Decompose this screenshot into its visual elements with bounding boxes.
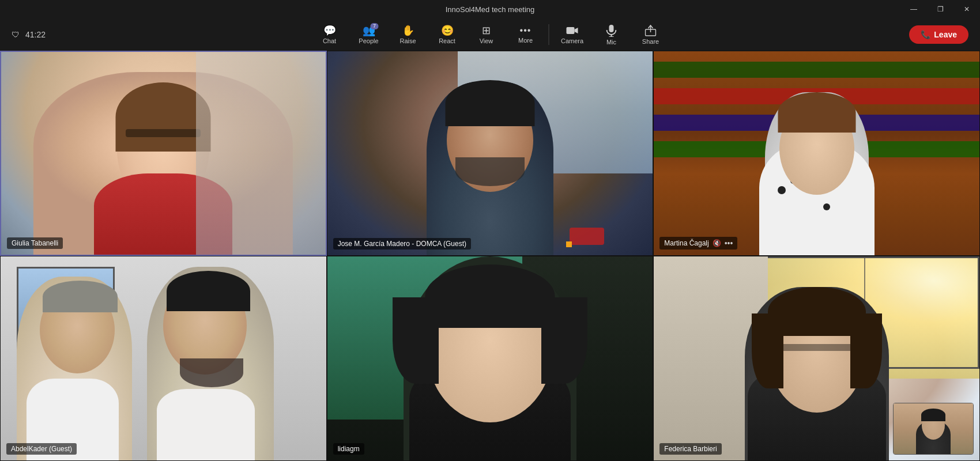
video-feed-jose [327,51,653,255]
camera-icon [566,25,579,36]
more-icon: ••• [520,26,532,35]
people-button[interactable]: 👥 7 People [350,21,387,48]
view-button[interactable]: ⊞ View [468,21,505,48]
toolbar-left: 🛡 41:22 [12,30,46,39]
video-cell-lidiagm[interactable]: lidiagm [327,256,654,461]
toolbar: 🛡 41:22 💬 Chat 👥 7 People ✋ Raise 😊 Reac… [0,18,980,51]
view-icon: ⊞ [482,25,491,36]
video-grid: Giulia Tabanelli Jose M. García Madero -… [0,51,980,461]
mic-button[interactable]: Mic [593,21,630,48]
people-icon: 👥 7 [363,25,375,36]
close-button[interactable]: ✕ [953,0,980,18]
name-label-martina: Martina Čagalj 🔇 ••• [659,237,737,250]
svg-marker-1 [575,28,578,33]
self-view-feed [894,403,973,454]
svg-rect-0 [567,27,575,34]
more-options-icon-martina[interactable]: ••• [725,239,733,248]
people-badge: 7 [371,23,379,29]
name-label-abdelkader: AbdelKader (Guest) [6,443,77,455]
speaking-indicator [566,241,572,247]
name-label-jose: Jose M. García Madero - DOMCA (Guest) [333,238,471,250]
raise-icon: ✋ [402,25,414,36]
chat-icon: 💬 [323,25,336,36]
window-title: InnoSol4Med tech meeting [446,5,535,14]
mic-icon [606,24,617,37]
leave-phone-icon: 📞 [921,30,930,39]
video-cell-martina[interactable]: Martina Čagalj 🔇 ••• [653,51,980,256]
window-controls: — ❐ ✕ [900,0,980,18]
toolbar-right: 📞 Leave [909,25,968,44]
share-icon [645,25,657,36]
divider [549,24,549,45]
leave-button[interactable]: 📞 Leave [909,25,968,44]
name-label-lidiagm: lidiagm [333,443,364,455]
video-feed-giulia [1,52,326,255]
video-feed-lidiagm [327,256,653,460]
raise-button[interactable]: ✋ Raise [390,21,427,48]
camera-button[interactable]: Camera [554,21,591,48]
video-feed-abdelkader [1,256,326,460]
name-label-giulia: Giulia Tabanelli [7,237,63,249]
react-icon: 😊 [441,25,454,36]
shield-icon: 🛡 [12,30,20,39]
video-feed-martina [654,51,979,255]
self-view-thumbnail[interactable] [893,403,974,455]
video-cell-giulia[interactable]: Giulia Tabanelli [0,51,327,256]
mute-icon-martina: 🔇 [713,239,721,247]
svg-rect-2 [609,25,614,32]
video-cell-federica[interactable]: Federica Barbieri [653,256,980,461]
video-cell-jose[interactable]: Jose M. García Madero - DOMCA (Guest) [327,51,654,256]
meeting-timer: 41:22 [25,30,46,39]
react-button[interactable]: 😊 React [429,21,466,48]
video-cell-abdelkader[interactable]: AbdelKader (Guest) [0,256,327,461]
maximize-button[interactable]: ❐ [927,0,953,18]
name-label-federica: Federica Barbieri [659,443,721,455]
title-bar: InnoSol4Med tech meeting — ❐ ✕ [0,0,980,18]
share-button[interactable]: Share [632,21,669,48]
toolbar-center: 💬 Chat 👥 7 People ✋ Raise 😊 React ⊞ View [311,21,669,48]
minimize-button[interactable]: — [900,0,927,18]
chat-button[interactable]: 💬 Chat [311,21,348,48]
more-button[interactable]: ••• More [507,21,544,48]
